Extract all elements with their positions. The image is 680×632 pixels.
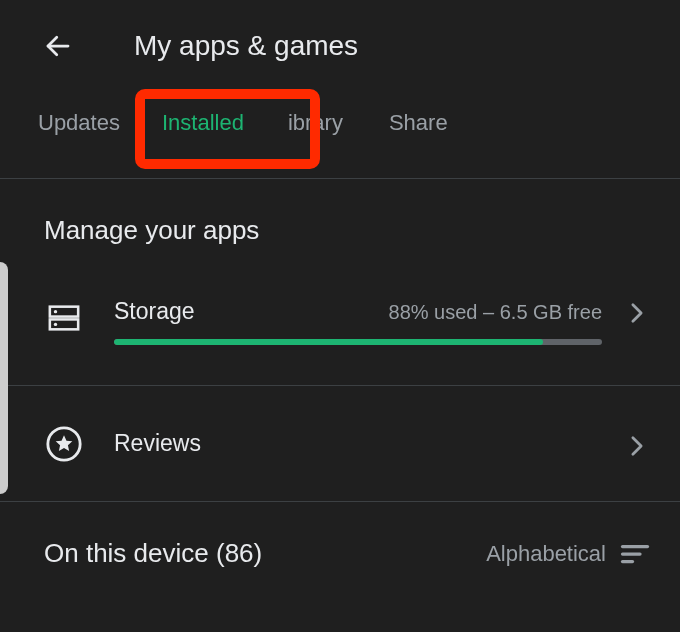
storage-info: 88% used – 6.5 GB free <box>389 301 602 324</box>
storage-body: Storage 88% used – 6.5 GB free <box>114 298 602 345</box>
reviews-label: Reviews <box>114 430 602 457</box>
chevron-right-icon <box>622 302 652 324</box>
svg-point-3 <box>54 310 57 313</box>
page-title: My apps & games <box>134 30 358 62</box>
reviews-icon <box>44 424 84 464</box>
sort-icon <box>620 542 650 566</box>
sort-control[interactable]: Alphabetical <box>486 541 650 567</box>
storage-progress-track <box>114 339 602 345</box>
tab-share[interactable]: Share <box>389 104 448 142</box>
tab-library[interactable]: ibrary <box>288 104 343 142</box>
tab-updates[interactable]: Updates <box>38 104 120 142</box>
device-section-title: On this device (86) <box>44 538 262 569</box>
storage-label: Storage <box>114 298 195 325</box>
header: My apps & games <box>0 0 680 98</box>
arrow-left-icon <box>43 31 73 61</box>
tab-installed[interactable]: Installed <box>138 98 268 148</box>
storage-row[interactable]: Storage 88% used – 6.5 GB free <box>0 266 680 386</box>
star-circle-icon <box>45 425 83 463</box>
reviews-row[interactable]: Reviews <box>0 386 680 502</box>
svg-point-4 <box>54 323 57 326</box>
scroll-edge-indicator <box>0 262 8 494</box>
manage-section-title: Manage your apps <box>0 179 680 246</box>
device-section: On this device (86) Alphabetical <box>0 502 680 569</box>
sort-label: Alphabetical <box>486 541 606 567</box>
storage-progress-fill <box>114 339 543 345</box>
back-button[interactable] <box>40 28 76 64</box>
chevron-right-icon <box>622 435 652 457</box>
storage-icon <box>44 298 84 338</box>
tabs-bar: Updates Installed ibrary Share <box>0 98 680 179</box>
